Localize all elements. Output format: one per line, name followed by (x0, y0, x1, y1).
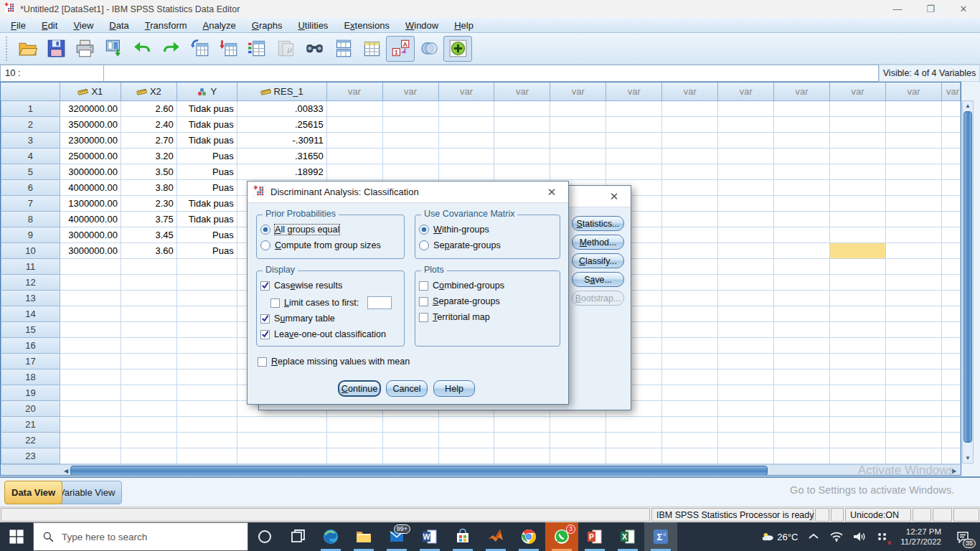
data-cell[interactable] (237, 417, 327, 433)
data-cell[interactable]: Puas (177, 149, 237, 164)
data-cell[interactable]: 3500000.00 (60, 117, 121, 133)
data-cell[interactable] (60, 385, 121, 401)
weather-icon[interactable]: 26°C (758, 522, 801, 551)
horizontal-scroll-thumb[interactable] (70, 466, 768, 476)
var-cell[interactable] (606, 433, 662, 448)
var-cell[interactable] (830, 338, 886, 354)
data-cell[interactable] (60, 369, 121, 385)
data-cell[interactable] (177, 291, 237, 306)
column-header-var-partial[interactable]: var (942, 83, 961, 101)
data-cell[interactable] (121, 385, 177, 401)
save-button[interactable]: Save... (572, 272, 624, 287)
column-header-var[interactable]: var (718, 83, 774, 101)
var-cell[interactable] (718, 385, 774, 401)
row-header[interactable]: 12 (1, 275, 60, 291)
var-cell-partial[interactable] (942, 259, 961, 275)
var-cell[interactable] (774, 164, 830, 180)
var-cell[interactable] (662, 322, 718, 338)
var-cell[interactable] (718, 133, 774, 149)
var-cell[interactable] (830, 164, 886, 180)
goto-case-icon[interactable] (185, 36, 214, 62)
var-cell[interactable] (718, 227, 774, 243)
var-cell[interactable] (439, 101, 495, 117)
var-cell[interactable] (662, 212, 718, 227)
menu-transform[interactable]: Transform (137, 19, 195, 32)
var-cell[interactable] (774, 291, 830, 306)
var-cell[interactable] (830, 149, 886, 164)
radio-option[interactable]: Separate-groups (419, 240, 501, 250)
checkbox-unchecked[interactable] (419, 297, 428, 306)
word-taskbar-icon[interactable]: W (413, 522, 446, 551)
var-cell[interactable] (718, 164, 774, 180)
row-header[interactable]: 1 (1, 101, 60, 117)
data-cell[interactable] (121, 369, 177, 385)
column-header-x1[interactable]: X1 (60, 83, 121, 101)
var-cell[interactable] (550, 417, 606, 433)
var-cell[interactable] (830, 401, 886, 417)
var-cell[interactable] (774, 401, 830, 417)
scroll-down-icon[interactable]: ▼ (963, 455, 973, 461)
data-cell[interactable]: .18992 (237, 164, 327, 180)
var-cell[interactable] (606, 117, 662, 133)
var-cell[interactable] (439, 117, 495, 133)
var-cell[interactable] (774, 101, 830, 117)
data-cell[interactable]: 3000000.00 (60, 164, 121, 180)
menu-extensions[interactable]: Extensions (336, 19, 397, 32)
var-cell[interactable] (494, 133, 550, 149)
var-cell[interactable] (662, 291, 718, 306)
var-cell-partial[interactable] (942, 180, 961, 196)
var-cell-partial[interactable] (942, 275, 961, 291)
var-cell[interactable] (830, 291, 886, 306)
var-cell[interactable] (662, 196, 718, 212)
var-cell[interactable] (662, 275, 718, 291)
row-header[interactable]: 20 (1, 401, 60, 417)
data-cell[interactable]: 3000000.00 (60, 243, 121, 259)
checkbox-option[interactable]: Summary table (260, 314, 335, 324)
undo-icon[interactable] (128, 36, 156, 62)
var-cell[interactable] (774, 243, 830, 259)
var-cell-partial[interactable] (942, 149, 961, 164)
data-cell[interactable]: .25615 (237, 117, 327, 133)
var-cell[interactable] (886, 180, 942, 196)
var-cell[interactable] (327, 101, 383, 117)
row-header[interactable]: 19 (1, 385, 60, 401)
var-cell[interactable] (774, 306, 830, 322)
taskbar-search-box[interactable]: Type here to search (33, 522, 248, 551)
statistics-button[interactable]: Statistics... (572, 216, 624, 231)
cell-editor-field[interactable] (104, 65, 879, 82)
var-cell-partial[interactable] (942, 227, 961, 243)
column-header-var[interactable]: var (327, 83, 383, 101)
var-cell[interactable] (830, 275, 886, 291)
checkbox-option[interactable]: Separate-groups (419, 296, 500, 306)
data-cell[interactable] (177, 306, 237, 322)
var-cell[interactable] (439, 133, 495, 149)
var-cell[interactable] (383, 417, 439, 433)
var-cell[interactable] (662, 401, 718, 417)
data-cell[interactable]: 2300000.00 (60, 133, 121, 149)
var-cell[interactable] (550, 433, 606, 448)
var-cell[interactable] (494, 117, 550, 133)
data-cell[interactable]: Tidak puas (177, 196, 237, 212)
column-header-var[interactable]: var (774, 83, 830, 101)
var-cell[interactable] (830, 196, 886, 212)
var-cell-partial[interactable] (942, 117, 961, 133)
column-header-y[interactable]: Y (177, 83, 237, 101)
var-cell[interactable] (830, 322, 886, 338)
var-cell[interactable] (886, 306, 942, 322)
var-cell[interactable] (439, 448, 495, 464)
var-cell[interactable] (774, 149, 830, 164)
checkbox-unchecked[interactable] (258, 357, 267, 367)
column-header-var[interactable]: var (494, 83, 550, 101)
column-header-var[interactable]: var (662, 83, 718, 101)
menu-analyze[interactable]: Analyze (195, 19, 244, 32)
column-header-var[interactable]: var (439, 83, 495, 101)
tab-data-view[interactable]: Data View (4, 481, 62, 504)
var-cell[interactable] (494, 448, 550, 464)
var-cell[interactable] (886, 369, 942, 385)
cancel-button[interactable]: Cancel (386, 380, 428, 397)
data-cell[interactable] (60, 306, 121, 322)
var-cell[interactable] (774, 369, 830, 385)
data-cell[interactable]: 3.50 (121, 164, 177, 180)
var-cell[interactable] (718, 196, 774, 212)
var-cell-partial[interactable] (942, 133, 961, 149)
